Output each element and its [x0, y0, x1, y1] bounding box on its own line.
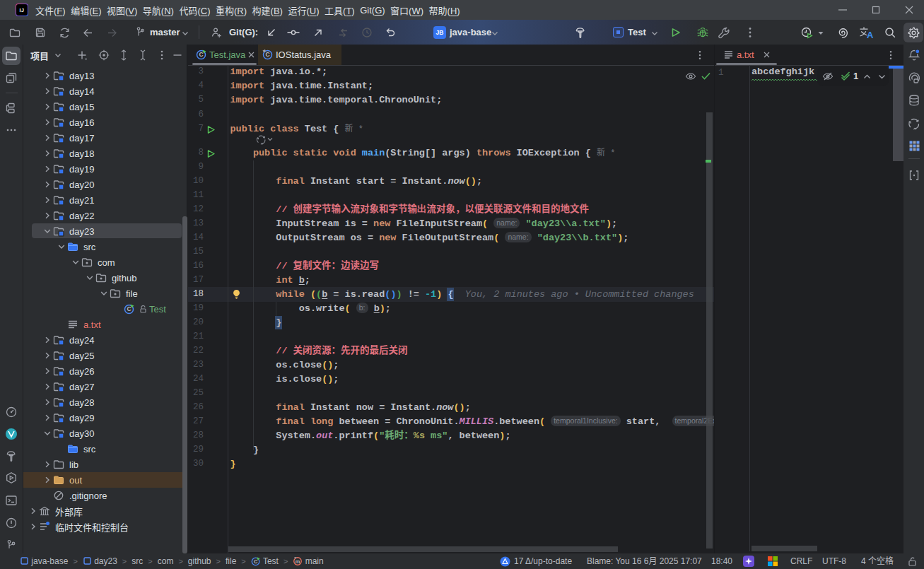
- svg-text:m: m: [296, 558, 300, 565]
- svg-text:C: C: [199, 51, 203, 58]
- svg-text:C: C: [254, 558, 258, 565]
- svg-text:A: A: [867, 30, 874, 40]
- svg-text:C: C: [127, 305, 131, 312]
- svg-text:C: C: [265, 51, 269, 58]
